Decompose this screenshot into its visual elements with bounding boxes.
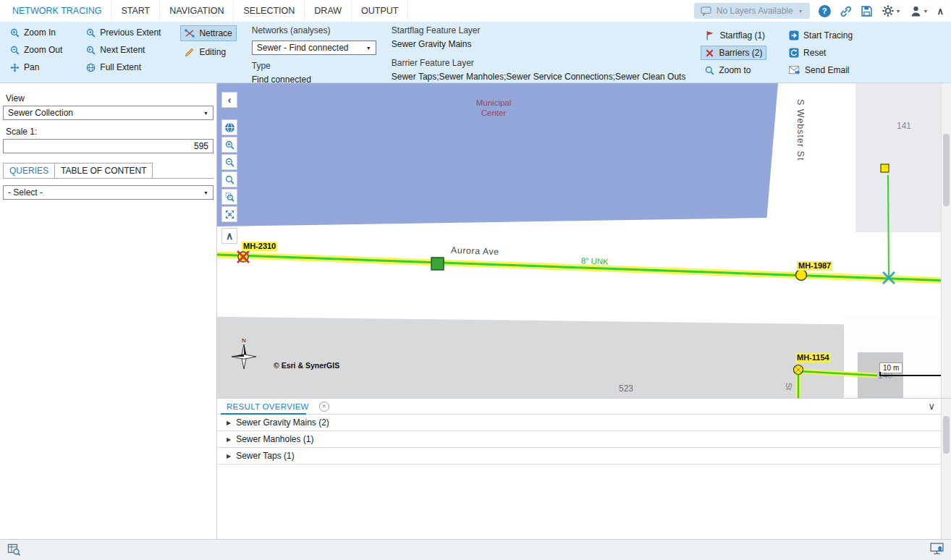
gear-icon bbox=[882, 4, 895, 17]
share-link-button[interactable] bbox=[840, 5, 852, 17]
expand-row-icon: ▶ bbox=[227, 420, 231, 426]
barriers-button[interactable]: Barriers (2) bbox=[701, 46, 766, 60]
app-window: NETWORK TRACING START NAVIGATION SELECTI… bbox=[0, 0, 951, 560]
tab-table-of-content[interactable]: TABLE OF CONTENT bbox=[55, 163, 153, 178]
tab-network-tracing[interactable]: NETWORK TRACING bbox=[3, 0, 111, 22]
start-tracing-button[interactable]: Start Tracing bbox=[785, 28, 857, 43]
topbar-actions: No Layers Available ▼ ? bbox=[694, 3, 951, 19]
link-icon bbox=[840, 5, 852, 17]
zoom-out-icon bbox=[225, 158, 234, 167]
result-overview-title: RESULT OVERVIEW bbox=[227, 402, 309, 411]
manhole-mh1987-marker[interactable] bbox=[796, 270, 807, 281]
tab-selection[interactable]: SELECTION bbox=[234, 0, 305, 22]
globe-icon bbox=[224, 122, 235, 133]
map-zoom-out-button[interactable] bbox=[221, 154, 237, 170]
parcel-label-523: 523 bbox=[619, 383, 633, 394]
editing-label: Editing bbox=[199, 47, 226, 57]
map-vertical-scrollbar[interactable] bbox=[941, 83, 951, 398]
send-email-button[interactable]: Send Email bbox=[785, 63, 853, 77]
tab-output[interactable]: OUTPUT bbox=[352, 0, 408, 22]
result-row-gravity-mains[interactable]: ▶ Sewer Gravity Mains (2) bbox=[217, 415, 951, 431]
zoom-out-label: Zoom Out bbox=[24, 45, 62, 55]
ribbon-group-actions: Start Tracing Reset Send Email bbox=[785, 28, 857, 77]
startflag-label: Startflag (1) bbox=[719, 30, 765, 41]
ribbon-group-layers: Startflag Feature Layer Sewer Gravity Ma… bbox=[392, 25, 686, 82]
parcel-label-141: 141 bbox=[897, 121, 911, 131]
street-label-aurora: Aurora Ave bbox=[451, 245, 499, 258]
expand-arrows-icon bbox=[225, 210, 234, 219]
reset-button[interactable]: Reset bbox=[785, 46, 830, 60]
editing-button[interactable]: Editing bbox=[180, 44, 230, 60]
zoom-to-icon bbox=[705, 66, 714, 75]
map-viewport[interactable]: N Municipal Center S Webster St 141 Auro… bbox=[217, 83, 951, 398]
result-row-manholes[interactable]: ▶ Sewer Manholes (1) bbox=[217, 431, 951, 448]
query-select-value: - Select - bbox=[8, 187, 43, 198]
scrollbar-thumb[interactable] bbox=[943, 416, 950, 454]
type-label: Type bbox=[252, 61, 271, 72]
magnifier-box-icon bbox=[225, 192, 234, 202]
tab-start[interactable]: START bbox=[111, 0, 160, 22]
query-select[interactable]: - Select - ▼ bbox=[3, 185, 214, 200]
caret-down-icon: ▼ bbox=[896, 9, 901, 14]
zoom-out-button[interactable]: Zoom Out bbox=[6, 43, 67, 57]
caret-down-icon: ▼ bbox=[798, 9, 803, 14]
email-icon bbox=[789, 66, 800, 75]
map-zoom-select-button[interactable] bbox=[221, 171, 237, 187]
zoom-in-label: Zoom In bbox=[24, 27, 56, 38]
map-and-results: N Municipal Center S Webster St 141 Auro… bbox=[217, 83, 951, 539]
collapse-toolbar-button[interactable]: ∧ bbox=[221, 228, 237, 244]
nettrace-button[interactable]: Nettrace bbox=[180, 25, 236, 41]
close-results-button[interactable]: ✕ bbox=[319, 402, 329, 412]
collapse-sidebar-button[interactable]: ‹ bbox=[221, 92, 237, 108]
layers-dropdown-label: No Layers Available bbox=[717, 6, 793, 16]
zoom-out-icon bbox=[10, 46, 20, 55]
sidebar-tabs: QUERIES TABLE OF CONTENT bbox=[3, 163, 214, 179]
startflag-marker[interactable] bbox=[431, 258, 444, 270]
user-menu-button[interactable]: ▼ bbox=[910, 5, 929, 17]
session-share-button[interactable] bbox=[930, 543, 944, 557]
networks-select[interactable]: Sewer - Find connected ▼ bbox=[252, 41, 376, 55]
menu-tabs: NETWORK TRACING START NAVIGATION SELECTI… bbox=[3, 0, 408, 22]
collapse-ribbon-button[interactable]: ∧ bbox=[937, 6, 944, 17]
no-layers-icon bbox=[701, 7, 711, 16]
status-bar bbox=[0, 539, 951, 560]
globe-button[interactable] bbox=[221, 119, 237, 135]
map-zoom-window-button[interactable] bbox=[221, 189, 237, 205]
results-vertical-scrollbar[interactable] bbox=[941, 399, 951, 539]
layers-dropdown[interactable]: No Layers Available ▼ bbox=[694, 3, 810, 19]
zoom-to-button[interactable]: Zoom to bbox=[701, 63, 755, 77]
expand-row-icon: ▶ bbox=[227, 453, 231, 459]
full-extent-button[interactable]: Full Extent bbox=[82, 60, 145, 75]
result-row-label: Sewer Taps (1) bbox=[236, 451, 294, 461]
left-sidebar: View Sewer Collection ▼ Scale 1: QUERIES… bbox=[0, 83, 217, 539]
tab-draw[interactable]: DRAW bbox=[305, 0, 352, 22]
map-full-extent-button[interactable] bbox=[221, 206, 237, 222]
map-zoom-in-button[interactable] bbox=[221, 137, 237, 153]
zoom-in-button[interactable]: Zoom In bbox=[6, 25, 60, 40]
tab-navigation[interactable]: NAVIGATION bbox=[160, 0, 234, 22]
startflag-layer-label: Startflag Feature Layer bbox=[392, 25, 481, 36]
view-select-value: Sewer Collection bbox=[8, 108, 73, 118]
tab-queries[interactable]: QUERIES bbox=[3, 163, 55, 178]
scale-input[interactable] bbox=[3, 139, 214, 153]
tap-marker[interactable] bbox=[881, 164, 889, 172]
barrier-layer-value: Sewer Taps;Sewer Manholes;Sewer Service … bbox=[392, 72, 686, 82]
manhole-label-mh2310: MH-2310 bbox=[242, 242, 277, 251]
attribute-search-button[interactable] bbox=[7, 543, 20, 558]
settings-menu-button[interactable]: ▼ bbox=[882, 4, 901, 17]
ribbon-group-extent: Previous Extent Next Extent Full Extent bbox=[82, 25, 165, 75]
collapse-results-button[interactable]: ∨ bbox=[928, 401, 935, 412]
previous-extent-icon bbox=[86, 28, 96, 38]
result-row-taps[interactable]: ▶ Sewer Taps (1) bbox=[217, 448, 951, 464]
pan-button[interactable]: Pan bbox=[6, 60, 43, 75]
scale-label: Scale 1: bbox=[6, 127, 214, 137]
scrollbar-thumb[interactable] bbox=[943, 134, 950, 206]
startflag-button[interactable]: Startflag (1) bbox=[701, 28, 769, 43]
previous-extent-button[interactable]: Previous Extent bbox=[82, 25, 165, 40]
next-extent-button[interactable]: Next Extent bbox=[82, 43, 149, 57]
networks-label: Networks (analyses) bbox=[252, 25, 331, 36]
view-select[interactable]: Sewer Collection ▼ bbox=[3, 106, 214, 120]
help-icon[interactable]: ? bbox=[819, 5, 831, 17]
street-label-st: St bbox=[785, 383, 793, 390]
save-button[interactable] bbox=[861, 5, 873, 17]
